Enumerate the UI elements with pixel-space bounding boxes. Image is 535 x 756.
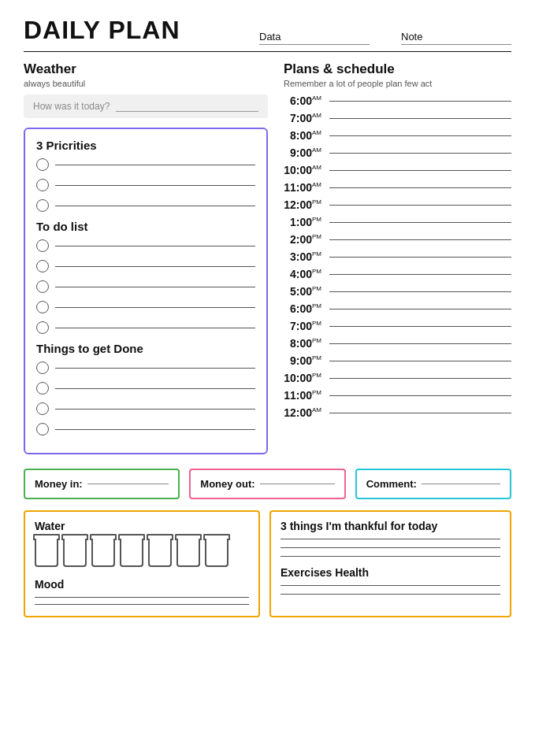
todo-circle-4[interactable]	[36, 301, 49, 313]
time-500pm: 5:00PM	[284, 285, 325, 298]
priority-box: 3 Pricrities To do list	[24, 128, 268, 454]
priority-item-3	[36, 199, 255, 212]
time-100pm: 1:00PM	[284, 216, 325, 228]
time-900am: 9:00AM	[284, 146, 325, 159]
thankful-title: 3 things I'm thankful for today	[281, 520, 500, 532]
exercises-title: Exercises Health	[281, 566, 500, 579]
schedule-line-1000am	[329, 170, 511, 171]
schedule-row-1100am: 11:00AM	[284, 181, 511, 194]
things-item-1	[36, 361, 255, 374]
data-field: Data	[259, 31, 370, 45]
schedule-line-500pm	[329, 291, 511, 292]
water-cups	[35, 539, 249, 567]
money-in-card[interactable]: Money in:	[24, 469, 180, 499]
priority-line-3	[55, 206, 255, 206]
schedule-line-900pm	[329, 361, 511, 361]
left-column: Weather always beautiful How was it toda…	[24, 61, 268, 454]
cup-3[interactable]	[91, 539, 115, 567]
schedule-row-1200am: 12:00AM	[284, 406, 511, 419]
bottom-row: Water Mood 3 things I'm thankful for tod…	[24, 510, 511, 617]
things-circle-1[interactable]	[36, 361, 49, 374]
money-out-label: Money out:	[200, 478, 254, 490]
money-out-card[interactable]: Money out:	[189, 469, 345, 499]
water-mood-card: Water Mood	[24, 510, 260, 617]
todo-circle-5[interactable]	[36, 321, 49, 334]
things-circle-3[interactable]	[36, 402, 49, 415]
schedule-line-1200pm	[329, 205, 511, 206]
things-item-2	[36, 382, 255, 395]
schedule-line-300pm	[329, 257, 511, 258]
todo-item-5	[36, 321, 255, 334]
note-label: Note	[401, 31, 422, 43]
exercises-line-2	[281, 594, 500, 595]
schedule-row-600pm: 6:00PM	[284, 302, 511, 315]
schedule-row-1000am: 10:00AM	[284, 164, 511, 176]
time-700am: 7:00AM	[284, 112, 325, 124]
todo-circle-3[interactable]	[36, 280, 49, 293]
schedule-row-900am: 9:00AM	[284, 146, 511, 159]
schedule-line-400pm	[329, 274, 511, 275]
header-fields: Data Note	[259, 31, 511, 45]
schedule-row-1100pm: 11:00PM	[284, 389, 511, 402]
weather-input-box[interactable]: How was it today?	[24, 94, 268, 118]
todo-circle-2[interactable]	[36, 260, 49, 272]
mood-line-2	[35, 604, 249, 605]
schedule-row-700pm: 7:00PM	[284, 320, 511, 332]
priorities-title: 3 Pricrities	[36, 139, 255, 152]
schedule-row-400pm: 4:00PM	[284, 268, 511, 280]
main-content: Weather always beautiful How was it toda…	[24, 61, 511, 454]
weather-input-label: How was it today?	[33, 101, 110, 112]
cup-5[interactable]	[148, 539, 172, 567]
todo-circle-1[interactable]	[36, 239, 49, 252]
thankful-line-1	[281, 539, 500, 539]
schedule-line-1000pm	[329, 378, 511, 379]
priority-item-1	[36, 158, 255, 171]
time-1200am: 12:00AM	[284, 406, 325, 419]
comment-card[interactable]: Comment:	[355, 469, 511, 499]
money-row: Money in: Money out: Comment:	[24, 469, 511, 499]
time-900pm: 9:00PM	[284, 354, 325, 367]
things-circle-4[interactable]	[36, 423, 49, 435]
things-line-4	[55, 429, 255, 430]
thankful-lines	[281, 539, 500, 557]
schedule-line-800pm	[329, 343, 511, 344]
schedule-row-1000pm: 10:00PM	[284, 372, 511, 384]
exercises-line-1	[281, 585, 500, 586]
priority-line-1	[55, 165, 255, 165]
time-1100pm: 11:00PM	[284, 389, 325, 402]
right-column: Plans & schedule Remember a lot of peopl…	[284, 61, 511, 454]
mood-title: Mood	[35, 578, 249, 591]
time-600pm: 6:00PM	[284, 302, 325, 315]
priority-circle-2[interactable]	[36, 179, 49, 191]
cup-1[interactable]	[35, 539, 58, 567]
things-title: Things to get Done	[36, 342, 255, 355]
weather-title: Weather	[24, 61, 268, 77]
weather-input-line	[116, 101, 258, 112]
priority-circle-1[interactable]	[36, 158, 49, 171]
todo-line-1	[55, 246, 255, 246]
priority-circle-3[interactable]	[36, 199, 49, 212]
time-1000am: 10:00AM	[284, 164, 325, 176]
cup-4[interactable]	[120, 539, 143, 567]
thankful-line-2	[281, 547, 500, 548]
things-circle-2[interactable]	[36, 382, 49, 395]
schedule-title: Plans & schedule	[284, 61, 511, 77]
priority-line-2	[55, 185, 255, 186]
schedule-line-1100am	[329, 187, 511, 188]
money-out-line	[260, 484, 335, 484]
cup-6[interactable]	[176, 539, 200, 567]
note-field: Note	[401, 31, 511, 45]
data-line	[259, 44, 370, 45]
time-300pm: 3:00PM	[284, 250, 325, 263]
schedule-row-200pm: 2:00PM	[284, 233, 511, 246]
time-800am: 8:00AM	[284, 129, 325, 142]
todo-item-4	[36, 301, 255, 313]
schedule-line-700am	[329, 118, 511, 119]
todo-line-4	[55, 307, 255, 308]
cup-7[interactable]	[205, 539, 228, 567]
cup-2[interactable]	[63, 539, 87, 567]
time-800pm: 8:00PM	[284, 337, 325, 350]
todo-item-2	[36, 260, 255, 272]
todo-title: To do list	[36, 220, 255, 233]
page-title: DAILY PLAN	[24, 16, 180, 45]
